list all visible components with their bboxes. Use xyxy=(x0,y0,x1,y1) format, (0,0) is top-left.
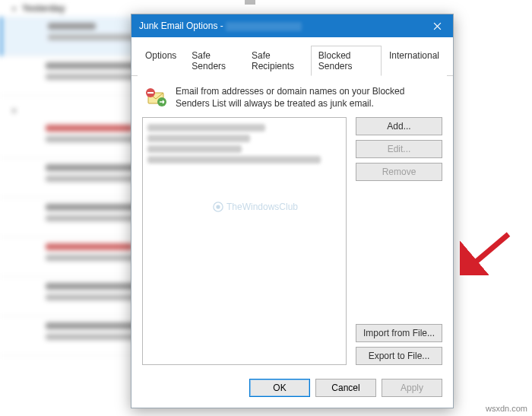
dialog-title: Junk Email Options - xyxy=(139,21,421,31)
titlebar: Junk Email Options - xyxy=(131,14,453,37)
ok-button[interactable]: OK xyxy=(249,379,310,397)
import-from-file-button[interactable]: Import from File... xyxy=(356,324,442,342)
tab-international[interactable]: International xyxy=(382,46,447,76)
close-icon xyxy=(433,22,442,30)
dialog-footer: OK Cancel Apply xyxy=(131,371,453,408)
apply-button[interactable]: Apply xyxy=(382,379,442,397)
svg-rect-2 xyxy=(147,92,154,94)
tab-content: Email from addresses or domain names on … xyxy=(131,76,453,371)
tab-strip: Options Safe Senders Safe Recipients Blo… xyxy=(131,37,453,76)
tab-options[interactable]: Options xyxy=(138,46,184,76)
side-button-column: Add... Edit... Remove Import from File..… xyxy=(356,117,442,365)
tab-blocked-senders[interactable]: Blocked Senders xyxy=(311,46,382,76)
blocked-senders-icon xyxy=(144,85,168,110)
cancel-button[interactable]: Cancel xyxy=(315,379,376,397)
description-text: Email from addresses or domain names on … xyxy=(176,85,441,110)
blocked-senders-listbox[interactable] xyxy=(142,117,347,365)
svg-line-6 xyxy=(469,234,508,268)
tab-safe-senders[interactable]: Safe Senders xyxy=(184,46,244,76)
add-button[interactable]: Add... xyxy=(356,117,442,135)
remove-button[interactable]: Remove xyxy=(356,163,442,181)
export-to-file-button[interactable]: Export to File... xyxy=(356,347,442,365)
source-attribution: wsxdn.com xyxy=(486,404,527,413)
close-button[interactable] xyxy=(421,14,453,37)
scrollbar-thumb[interactable] xyxy=(245,0,255,5)
junk-email-options-dialog: Junk Email Options - Options Safe Sender… xyxy=(131,14,454,408)
tab-safe-recipients[interactable]: Safe Recipients xyxy=(244,46,311,76)
edit-button[interactable]: Edit... xyxy=(356,140,442,158)
annotation-arrow xyxy=(460,230,513,275)
